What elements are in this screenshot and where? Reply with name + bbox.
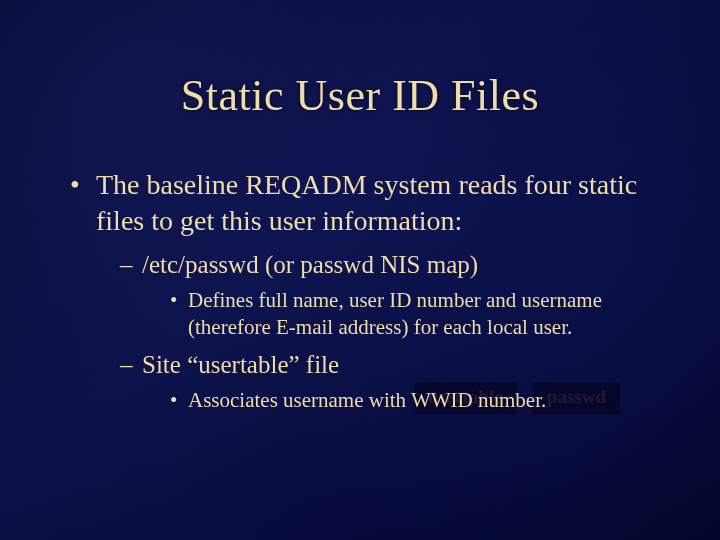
bullet-l3a-text: Defines full name, user ID number and us… bbox=[188, 288, 602, 339]
bullet-list-level3a: Defines full name, user ID number and us… bbox=[142, 287, 660, 341]
bullet-l2a: /etc/passwd (or passwd NIS map) Defines … bbox=[120, 249, 660, 341]
bullet-l3a: Defines full name, user ID number and us… bbox=[170, 287, 660, 341]
bullet-l2a-text: /etc/passwd (or passwd NIS map) bbox=[142, 251, 478, 278]
bullet-list-level2: /etc/passwd (or passwd NIS map) Defines … bbox=[96, 249, 660, 415]
slide-title: Static User ID Files bbox=[60, 70, 660, 121]
bullet-l3b-text: Associates username with WWID number. bbox=[188, 388, 546, 412]
slide-content: Static User ID Files The baseline REQADM… bbox=[60, 70, 660, 414]
bullet-list-level1: The baseline REQADM system reads four st… bbox=[60, 167, 660, 414]
slide: usertable passwd Static User ID Files Th… bbox=[0, 0, 720, 540]
bullet-list-level3b: Associates username with WWID number. bbox=[142, 387, 660, 414]
bullet-l2b-text: Site “usertable” file bbox=[142, 351, 339, 378]
bullet-l3b: Associates username with WWID number. bbox=[170, 387, 660, 414]
bullet-l1-text: The baseline REQADM system reads four st… bbox=[96, 169, 637, 236]
bullet-l1: The baseline REQADM system reads four st… bbox=[70, 167, 660, 414]
bullet-l2b: Site “usertable” file Associates usernam… bbox=[120, 349, 660, 414]
